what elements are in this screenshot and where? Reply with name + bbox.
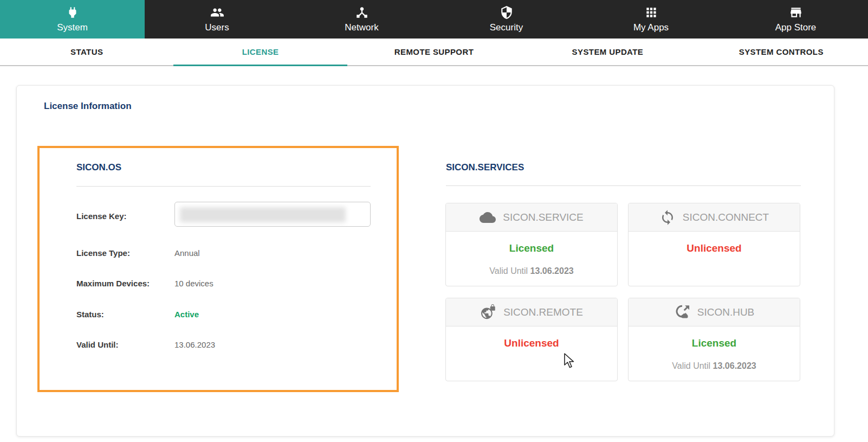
redacted-license-key [180, 207, 346, 222]
license-type-label: License Type: [76, 248, 130, 259]
globe-lock-icon [480, 304, 496, 321]
store-icon [789, 5, 803, 20]
tab-system-controls[interactable]: SYSTEM CONTROLS [695, 39, 868, 65]
top-navigation: System Users Network Security My Apps Ap… [0, 0, 868, 39]
sub-navigation: STATUS LICENSE REMOTE SUPPORT SYSTEM UPD… [0, 39, 868, 66]
nav-label-my-apps: My Apps [633, 22, 669, 33]
card-sicon-hub-header: SICON.HUB [629, 298, 800, 326]
card-title: SICON.SERVICE [503, 212, 584, 223]
card-sicon-hub: SICON.HUB Licensed Valid Until 13.06.202… [628, 298, 800, 381]
card-body: Licensed Valid Until 13.06.2023 [446, 232, 617, 286]
license-panel: License Information SICON.OS License Key… [16, 85, 834, 437]
plug-icon [66, 5, 80, 20]
card-sicon-service: SICON.SERVICE Licensed Valid Until 13.06… [445, 203, 618, 286]
license-status: Unlicensed [446, 337, 617, 349]
card-sicon-remote-header: SICON.REMOTE [446, 298, 617, 326]
nav-tab-my-apps[interactable]: My Apps [579, 0, 723, 39]
nav-label-system: System [57, 22, 88, 33]
tab-license[interactable]: LICENSE [173, 39, 347, 65]
license-status: Unlicensed [629, 242, 800, 254]
license-key-input[interactable] [174, 202, 371, 227]
card-title: SICON.REMOTE [503, 306, 583, 318]
service-cards: SICON.SERVICE Licensed Valid Until 13.06… [445, 203, 800, 381]
shield-icon [500, 5, 514, 20]
license-key-label: License Key: [76, 211, 127, 222]
card-body: Licensed Valid Until 13.06.2023 [629, 326, 800, 381]
license-status: Licensed [629, 337, 800, 349]
card-sicon-connect: SICON.CONNECT Unlicensed [628, 203, 800, 286]
tab-system-update[interactable]: SYSTEM UPDATE [521, 39, 694, 65]
maximum-devices-label: Maximum Devices: [76, 278, 150, 289]
sicon-os-title: SICON.OS [76, 162, 121, 173]
card-title: SICON.CONNECT [683, 212, 769, 223]
divider [76, 186, 371, 187]
valid-until-value: 13.06.2023 [174, 339, 215, 350]
status-row: Status: Active [76, 309, 380, 320]
card-title: SICON.HUB [697, 306, 755, 318]
page-title: License Information [44, 101, 132, 112]
valid-until-prefix: Valid Until [672, 361, 710, 370]
cloud-icon [480, 209, 496, 226]
valid-until-line: Valid Until 13.06.2023 [629, 361, 800, 371]
sicon-services-title: SICON.SERVICES [446, 162, 524, 173]
valid-until-date: 13.06.2023 [530, 266, 574, 276]
card-sicon-remote: SICON.REMOTE Unlicensed [445, 298, 618, 381]
license-type-row: License Type: Annual [76, 248, 380, 259]
tab-remote-support[interactable]: REMOTE SUPPORT [347, 39, 521, 65]
apps-grid-icon [644, 5, 658, 20]
users-icon [210, 5, 224, 20]
license-status: Licensed [446, 242, 617, 254]
nav-label-security: Security [490, 22, 523, 33]
cloud-sync-icon [674, 304, 690, 321]
nav-tab-security[interactable]: Security [434, 0, 579, 39]
valid-until-row: Valid Until: 13.06.2023 [76, 339, 380, 350]
valid-until-label: Valid Until: [76, 339, 119, 350]
card-sicon-connect-header: SICON.CONNECT [629, 203, 800, 232]
valid-until-prefix: Valid Until [489, 266, 528, 276]
nav-label-network: Network [345, 22, 378, 33]
sync-icon [659, 209, 676, 226]
tab-status[interactable]: STATUS [0, 39, 173, 65]
license-type-value: Annual [174, 248, 200, 259]
divider [446, 185, 801, 186]
nav-label-users: Users [205, 22, 229, 33]
nav-tab-system[interactable]: System [0, 0, 145, 39]
sicon-os-section: SICON.OS License Key: License Type: Annu… [37, 146, 399, 392]
nav-tab-users[interactable]: Users [145, 0, 289, 39]
valid-until-line: Valid Until 13.06.2023 [446, 266, 617, 276]
card-sicon-service-header: SICON.SERVICE [446, 203, 617, 232]
nav-tab-network[interactable]: Network [289, 0, 434, 39]
valid-until-date: 13.06.2023 [713, 361, 756, 370]
card-body: Unlicensed [446, 326, 617, 381]
card-body: Unlicensed [629, 232, 800, 286]
status-label: Status: [76, 309, 104, 320]
nav-tab-app-store[interactable]: App Store [723, 0, 868, 39]
maximum-devices-value: 10 devices [174, 278, 213, 289]
nav-label-app-store: App Store [775, 22, 817, 33]
network-icon [355, 5, 369, 20]
maximum-devices-row: Maximum Devices: 10 devices [76, 278, 380, 289]
status-badge: Active [174, 309, 199, 320]
